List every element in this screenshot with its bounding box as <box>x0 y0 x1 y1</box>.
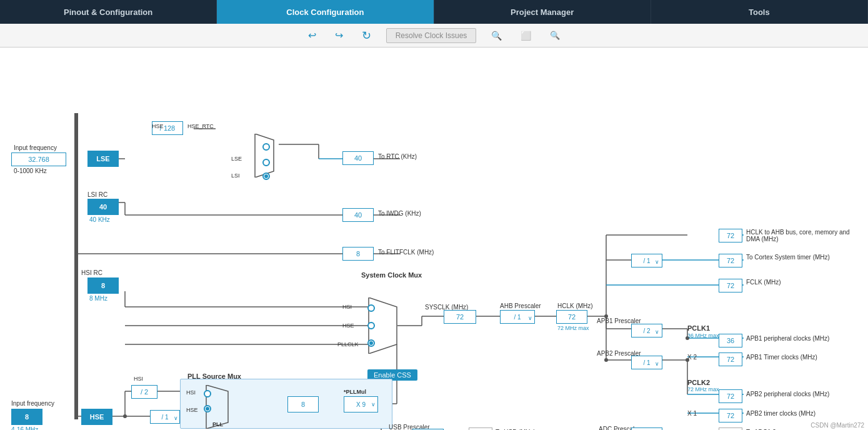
top-nav: Pinout & Configuration Clock Configurati… <box>0 0 868 24</box>
hsi-rc-label: HSI RC <box>81 269 102 276</box>
lsi-mux-label: LSI <box>231 172 240 179</box>
apb1-out-box: 36 <box>719 334 742 348</box>
pll-mul-label: *PLLMul <box>344 389 366 395</box>
hclk-label: HCLK (MHz) <box>557 302 593 309</box>
hsi-sys-mux-label: HSI <box>342 304 352 310</box>
pll-source-mux-label: PLL Source Mux <box>187 372 241 380</box>
apb2-out-box: 72 <box>719 389 742 403</box>
lsi-unit-label: 40 KHz <box>89 216 110 223</box>
sys-mux-radio-hsi[interactable] <box>367 304 375 312</box>
zoom-in-button[interactable]: 🔍 <box>487 29 506 42</box>
fclk-label: FCLK (MHz) <box>746 279 781 286</box>
sysclk-box: 72 <box>444 310 476 324</box>
input-freq-top-range: 0-1000 KHz <box>14 168 47 174</box>
tab-pinout[interactable]: Pinout & Configuration <box>0 0 217 24</box>
zoom-out-button[interactable]: 🔍 <box>546 29 564 41</box>
ahb-prescaler-select[interactable]: / 1 / 2 / 4 / 8 / 16 <box>500 310 535 324</box>
hclk-box: 72 <box>556 310 587 324</box>
pll-mul-select[interactable]: X 9 X 2 X 3 X 4 X 6 <box>344 396 378 412</box>
iwdg-out-label: To IWDG (KHz) <box>378 210 421 217</box>
iwdg-out-box: 40 <box>342 208 374 222</box>
input-freq-bot-box: 8 <box>11 409 42 425</box>
hse-div-select[interactable]: / 1 / 2 <box>150 410 180 424</box>
resolve-button[interactable]: Resolve Clock Issues <box>386 28 477 43</box>
fclk-box: 72 <box>719 279 742 292</box>
pll-src-radio-hsi[interactable] <box>204 390 211 398</box>
rtc-mux-radio-lsi[interactable] <box>262 172 270 180</box>
apb1-timer-label: APB1 Timer clocks (MHz) <box>746 354 817 361</box>
undo-button[interactable]: ↩ <box>304 28 320 42</box>
pclk2-label: PCLK2 <box>687 379 710 386</box>
pll-bottom-label: PLL <box>212 421 223 428</box>
cortex-div-select[interactable]: / 1 / 2 / 8 <box>631 254 662 268</box>
pll-div2-box: / 2 <box>131 385 157 399</box>
watermark: CSDN @Martin272 <box>811 422 864 429</box>
toolbar: ↩ ↪ ↻ Resolve Clock Issues 🔍 ⬜ 🔍 <box>0 24 868 48</box>
sys-mux-radio-hse[interactable] <box>367 322 375 329</box>
tab-tools[interactable]: Tools <box>651 0 868 24</box>
flitfclk-out-label: To FLITFCLK (MHz) <box>378 249 434 256</box>
hsi-pll-src-label: HSI <box>186 389 196 396</box>
tab-project[interactable]: Project Manager <box>434 0 651 24</box>
input-freq-top-label: Input frequency <box>14 144 57 151</box>
rtc-mux <box>249 134 280 178</box>
lse-box: LSE <box>87 151 119 167</box>
usb-out-box: 72 <box>469 428 492 430</box>
sys-clk-mux-label: System Clock Mux <box>361 271 422 279</box>
pll-value-box: 8 <box>287 396 319 412</box>
pclk1-max-label: 36 MHz max <box>687 332 719 339</box>
rtc-out-box: 40 <box>342 151 374 165</box>
hclk-ahb-label: HCLK to AHB bus, core, memory and DMA (M… <box>746 229 865 242</box>
pll-src-radio-hse[interactable] <box>204 405 211 412</box>
apb2-timer-mul-label: X 1 <box>687 410 697 417</box>
hsi-unit-label: 8 MHz <box>89 295 107 302</box>
adc-out-box: 36 <box>719 428 742 430</box>
lsi-rc-label: LSI RC <box>87 191 107 198</box>
hsi-pll-label: HSI <box>134 376 143 382</box>
redo-button[interactable]: ↪ <box>331 28 347 42</box>
hse-sys-mux-label: HSE <box>342 322 354 329</box>
hclk-max-label: 72 MHz max <box>557 325 589 331</box>
apb2-label: APB2 peripheral clocks (MHz) <box>746 391 829 398</box>
cortex-out-box: 72 <box>719 254 742 268</box>
flitfclk-out-box: 8 <box>342 247 374 261</box>
hclk-ahb-box: 72 <box>719 229 742 242</box>
input-freq-bot-range: 4-16 MHz <box>11 426 38 430</box>
apb1-timer-out-box: 72 <box>719 352 742 366</box>
apb2-prescaler-select[interactable]: / 1 / 2 / 4 <box>631 356 662 369</box>
apb1-label: APB1 peripheral clocks (MHz) <box>746 335 829 342</box>
rtc-mux-radio-lse[interactable] <box>262 159 270 166</box>
adc-prescaler-select[interactable]: / 2 / 4 / 6 / 8 <box>631 428 662 430</box>
pclk2-max-label: 72 MHz max <box>687 386 719 392</box>
svg-marker-64 <box>255 134 274 178</box>
input-freq-top-box: 32.768 <box>11 152 66 166</box>
pclk1-label: PCLK1 <box>687 324 710 332</box>
ahb-prescaler-label: AHB Prescaler <box>500 302 541 309</box>
lse-mux-label: LSE <box>231 156 242 162</box>
hse-pll-src-label: HSE <box>186 407 198 413</box>
hse-mux-top-label: HSE <box>152 123 164 129</box>
rtc-mux-radio-hse[interactable] <box>262 143 270 151</box>
left-bar <box>74 113 78 419</box>
hsi-value-box: 8 <box>87 278 119 294</box>
rtc-out-label: To RTC (KHz) <box>378 153 417 160</box>
input-freq-bot-label: Input frequency <box>11 400 54 407</box>
lsi-value-box: 40 <box>87 199 119 215</box>
fit-button[interactable]: ⬜ <box>517 29 535 42</box>
apb1-prescaler-select[interactable]: / 2 / 1 / 4 <box>631 324 662 338</box>
apb1-timer-mul-label: X 2 <box>687 354 697 361</box>
pllclk-sys-mux-label: PLLCLK <box>337 341 359 348</box>
refresh-button[interactable]: ↻ <box>358 28 375 44</box>
clock-diagram-canvas: Input frequency 32.768 0-1000 KHz LSE LS… <box>0 48 868 430</box>
apb2-timer-out-box: 72 <box>719 409 742 422</box>
sys-mux-radio-pll[interactable] <box>367 339 375 347</box>
tab-clock[interactable]: Clock Configuration <box>217 0 434 24</box>
apb2-timer-label: APB2 timer clocks (MHz) <box>746 410 816 417</box>
cortex-label: To Cortex System timer (MHz) <box>746 254 830 261</box>
hse-bot-box: HSE <box>81 409 112 425</box>
svg-point-62 <box>123 414 127 418</box>
svg-point-59 <box>604 358 608 362</box>
hse-rtc-label: HSE_RTC <box>187 123 214 129</box>
